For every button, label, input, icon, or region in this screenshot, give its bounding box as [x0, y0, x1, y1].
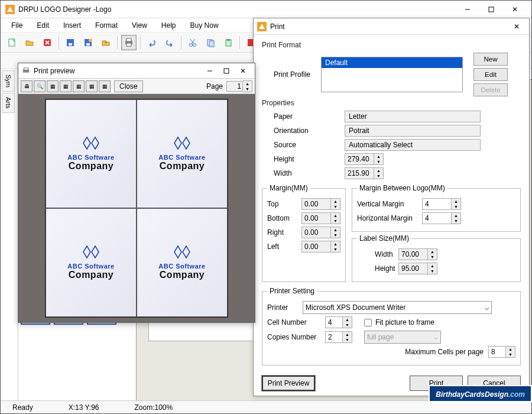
menu-buynow[interactable]: Buy Now	[184, 20, 225, 31]
properties-label: Properties	[262, 99, 521, 107]
preview-layout4-icon[interactable]: ▦	[86, 80, 98, 92]
ls-height-spinner[interactable]: ▲▼	[398, 263, 437, 274]
paper-height-spinner[interactable]: ▲▼	[345, 153, 384, 165]
margin-between-legend: Margin Between Logo(MM)	[357, 184, 447, 192]
maximize-button[interactable]	[479, 1, 503, 18]
preview-titlebar: Print preview ✕	[18, 63, 255, 79]
cut-icon[interactable]	[185, 35, 200, 50]
fit-picture-checkbox[interactable]: Fit picture to frame	[364, 318, 434, 326]
svg-rect-6	[69, 43, 72, 46]
preview-canvas: ABC SoftwareCompany ABC SoftwareCompany …	[18, 94, 255, 322]
status-ready: Ready	[12, 403, 33, 412]
preview-layout5-icon[interactable]: ▦	[99, 80, 111, 92]
margin-legend: Margin(MM)	[267, 184, 310, 192]
margin-right-spinner[interactable]: ▲▼	[301, 227, 340, 238]
svg-rect-3	[9, 39, 15, 46]
margin-right-label: Right	[267, 228, 301, 237]
maxcells-spinner[interactable]: ▲▼	[488, 346, 515, 358]
cell-number-spinner[interactable]: ▲▼	[325, 316, 352, 328]
chevron-up-icon: ▲	[374, 154, 383, 159]
orientation-field[interactable]: Potrait	[345, 125, 481, 137]
label-size-fieldset: Label Size(MM) Width▲▼ Height▲▼	[352, 234, 521, 282]
menu-format[interactable]: Format	[89, 20, 124, 31]
save-icon[interactable]	[63, 35, 78, 50]
preview-layout3-icon[interactable]: ▦	[73, 80, 85, 92]
preview-layout2-icon[interactable]: ▦	[60, 80, 72, 92]
margin-left-label: Left	[267, 242, 301, 251]
source-field[interactable]: Automatically Select	[345, 139, 481, 151]
tab-symbols[interactable]: Sym	[2, 70, 15, 92]
print-format-label: Print Format	[262, 41, 521, 49]
titlebar: DRPU LOGO Designer -Logo ✕	[1, 1, 531, 18]
preview-zoom-icon[interactable]: 🔍	[34, 80, 46, 92]
saveas-icon[interactable]	[80, 35, 96, 50]
menu-help[interactable]: Help	[155, 20, 182, 31]
printer-label: Printer	[267, 303, 303, 312]
preview-maximize-button[interactable]	[218, 63, 235, 79]
open-icon[interactable]	[22, 35, 37, 50]
svg-rect-11	[126, 38, 131, 41]
chevron-down-icon: ⌵	[485, 303, 489, 312]
print-preview-window: Print preview ✕ 🖶 🔍 ▦ ▦ ▦ ▦ ▦ Close Page…	[18, 63, 255, 323]
preview-toolbar: 🖶 🔍 ▦ ▦ ▦ ▦ ▦ Close Page ▲▼	[18, 79, 255, 94]
menu-insert[interactable]: Insert	[57, 20, 87, 31]
preview-minimize-button[interactable]	[202, 63, 218, 79]
undo-icon[interactable]	[144, 35, 160, 50]
vmargin-label: Vertical Margin	[357, 200, 422, 208]
preview-close-toolbar-button[interactable]: Close	[114, 80, 143, 92]
new-icon[interactable]	[4, 35, 20, 50]
margin-left-spinner[interactable]: ▲▼	[301, 241, 340, 253]
tab-arts[interactable]: Arts	[2, 93, 15, 113]
new-profile-button[interactable]: New	[473, 53, 508, 66]
label-size-legend: Label Size(MM)	[357, 234, 411, 242]
svg-point-14	[193, 43, 196, 46]
svg-rect-8	[86, 43, 90, 46]
copies-number-label: Copies Number	[267, 333, 320, 341]
print-profile-item[interactable]: Default	[322, 57, 462, 68]
preview-cell: ABC SoftwareCompany	[137, 99, 228, 208]
preview-print-icon[interactable]: 🖶	[21, 80, 33, 92]
margin-top-spinner[interactable]: ▲▼	[301, 198, 340, 210]
menu-view[interactable]: View	[126, 20, 153, 31]
svg-rect-31	[24, 67, 28, 70]
preview-cell: ABC SoftwareCompany	[46, 208, 137, 317]
copy-icon[interactable]	[203, 35, 218, 50]
vmargin-spinner[interactable]: ▲▼	[422, 198, 461, 210]
paper-width-spinner[interactable]: ▲▼	[345, 167, 384, 179]
logo-mark-icon	[82, 245, 100, 259]
print-profile-list[interactable]: Default	[321, 57, 463, 92]
paste-icon[interactable]	[220, 35, 236, 50]
print-dialog-close-button[interactable]: ✕	[508, 18, 525, 35]
minimize-button[interactable]	[456, 1, 479, 18]
printer-select[interactable]: Microsoft XPS Document Writer⌵	[303, 301, 492, 314]
svg-rect-33	[224, 69, 229, 73]
menu-edit[interactable]: Edit	[31, 20, 55, 31]
print-icon[interactable]	[121, 35, 137, 50]
margin-bottom-spinner[interactable]: ▲▼	[301, 212, 340, 224]
preview-title: Print preview	[34, 67, 202, 75]
printer-setting-fieldset: Printer Setting Printer Microsoft XPS Do…	[262, 287, 521, 366]
margin-fieldset: Margin(MM) Top▲▼ Bottom▲▼ Right▲▼ Left▲▼	[262, 184, 346, 282]
print-dialog-icon	[257, 22, 267, 31]
menu-file[interactable]: File	[5, 20, 28, 31]
paper-field[interactable]: Letter	[345, 111, 481, 122]
maxcells-label: Maximum Cells per page	[405, 348, 484, 356]
redo-icon[interactable]	[162, 35, 177, 50]
close-button[interactable]: ✕	[503, 1, 527, 18]
edit-profile-button[interactable]: Edit	[473, 68, 508, 81]
copies-number-spinner[interactable]: ▲▼	[325, 331, 352, 343]
delete-profile-button: Delete	[473, 83, 508, 96]
ls-height-label: Height	[357, 264, 398, 273]
hmargin-spinner[interactable]: ▲▼	[422, 212, 461, 224]
svg-rect-12	[126, 43, 131, 46]
export-icon[interactable]	[98, 35, 113, 50]
preview-layout1-icon[interactable]: ▦	[47, 80, 59, 92]
svg-point-13	[190, 43, 193, 46]
print-profile-label: Print Profile	[262, 70, 321, 79]
source-label: Source	[262, 141, 345, 149]
ls-width-spinner[interactable]: ▲▼	[398, 248, 437, 260]
preview-close-button[interactable]: ✕	[235, 63, 251, 79]
print-preview-button[interactable]: Print Preview	[262, 376, 315, 391]
preview-page-spinner[interactable]: ▲▼	[226, 80, 252, 92]
delete-icon[interactable]	[40, 35, 55, 50]
